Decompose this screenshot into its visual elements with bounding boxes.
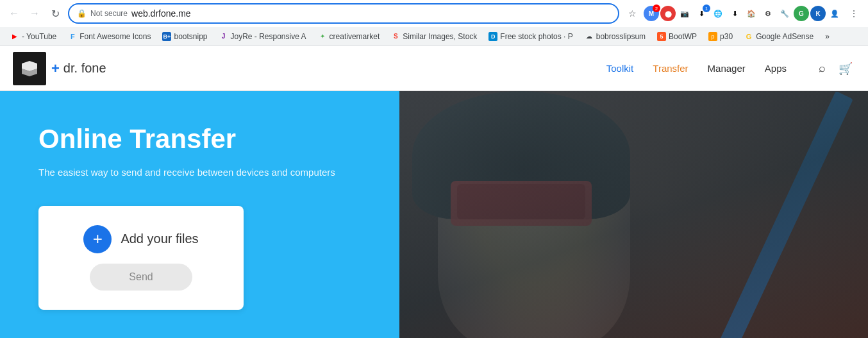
ext-icon-11[interactable]: K [810,6,826,21]
bookmark-bootwp[interactable]: 5 BootWP [652,29,702,44]
search-icon-button[interactable]: ⌕ [816,59,828,78]
bookmark-fontawesome[interactable]: F Font Awesome Icons [63,29,156,44]
bookmark-creativemarket-label: creativemarket [330,32,380,41]
send-button[interactable]: Send [90,264,192,291]
logo-svg [19,58,40,79]
ext-icon-2[interactable]: ⬤ [660,6,676,21]
fontawesome-favicon: F [68,32,77,41]
upload-card: + Add your files Send [38,206,244,310]
adsense-favicon: G [744,32,753,41]
bookmark-creativemarket[interactable]: ✦ creativemarket [313,29,385,44]
bookmark-bootsnipp[interactable]: B+ bootsnipp [157,29,212,44]
not-secure-label: Not secure [90,9,128,18]
ext-icon-9[interactable]: 🔧 [777,6,792,21]
ext-icon-4[interactable]: ⬇ 1 [694,6,709,21]
bobross-favicon: ☁ [585,32,594,41]
browser-actions: ☆ M 2 ⬤ 📷 ⬇ 1 🌐 ⬇ 🏠 ⚙ 🔧 G K [623,4,863,22]
back-button[interactable]: ← [5,4,23,22]
nav-toolkit[interactable]: Toolkit [606,60,634,76]
youtube-favicon: ▶ [10,32,19,41]
forward-button[interactable]: → [26,4,44,22]
add-files-button[interactable]: + Add your files [83,225,198,253]
hero-background-photo [399,91,868,338]
ext-icon-10[interactable]: G [794,6,809,21]
ext-icon-1[interactable]: M 2 [644,6,659,21]
website-content: + dr. fone Toolkit Transfer Manager Apps… [0,46,868,338]
bookmark-bootwp-label: BootWP [669,32,697,41]
nav-manager[interactable]: Manager [708,60,746,76]
bookmark-adsense-label: Google AdSense [756,32,814,41]
bookmark-fontawesome-label: Font Awesome Icons [79,32,151,41]
site-header: + dr. fone Toolkit Transfer Manager Apps… [0,46,868,91]
ext-icon-6[interactable]: ⬇ [727,6,742,21]
extension-icons: M 2 ⬤ 📷 ⬇ 1 🌐 ⬇ 🏠 ⚙ 🔧 G K 👤 [644,6,842,21]
joyre-favicon: J [219,32,228,41]
bookmark-joyre[interactable]: J JoyRe - Responsive A [214,29,312,44]
search-icon: ⌕ [819,62,826,74]
bookmarks-bar: ▶ - YouTube F Font Awesome Icons B+ boot… [0,27,868,46]
add-circle-icon: + [83,225,112,253]
browser-chrome: ← → ↻ 🔒 Not secure web.drfone.me ☆ M 2 ⬤… [0,0,868,46]
bookmark-free-stock-label: Free stock photos · P [500,32,572,41]
logo-icon-bg [13,52,46,85]
menu-button[interactable]: ⋮ [845,4,863,22]
browser-toolbar: ← → ↻ 🔒 Not secure web.drfone.me ☆ M 2 ⬤… [0,0,868,27]
logo-name-text: dr. fone [63,61,106,76]
cart-icon-button[interactable]: 🛒 [836,59,855,78]
bookmark-p30-label: p30 [720,32,733,41]
hero-left-panel: Online Transfer The easiest way to send … [0,91,399,338]
cart-icon: 🛒 [839,62,853,75]
ext-icon-8[interactable]: ⚙ [760,6,776,21]
nav-transfer[interactable]: Transfer [653,60,688,76]
nav-action-icons: ⌕ 🛒 [816,59,855,78]
bookmark-joyre-label: JoyRe - Responsive A [231,32,306,41]
lock-icon: 🔒 [77,9,87,18]
bootsnipp-favicon: B+ [162,32,171,41]
bootwp-favicon: 5 [657,32,666,41]
bookmark-youtube-label: - YouTube [22,32,56,41]
ext-icon-3[interactable]: 📷 [677,6,692,21]
bookmark-bootsnipp-label: bootsnipp [174,32,207,41]
bookmark-youtube[interactable]: ▶ - YouTube [5,29,62,44]
photo-bg-blur [399,91,868,338]
logo-text: + dr. fone [51,60,106,77]
free-stock-favicon: D [488,32,497,41]
hero-section: Online Transfer The easiest way to send … [0,91,868,338]
bookmark-bobross-label: bobrosslipsum [596,32,646,41]
p30-favicon: p [708,32,717,41]
bookmark-more[interactable]: » [820,29,835,44]
hero-right-photo [399,91,868,338]
hero-subtitle: The easiest way to send and receive betw… [38,165,374,180]
more-bookmarks-label: » [825,32,830,41]
bookmark-similar-label: Similar Images, Stock [403,32,477,41]
nav-buttons: ← → ↻ [5,4,64,22]
bookmark-adsense[interactable]: G Google AdSense [739,29,819,44]
reload-button[interactable]: ↻ [46,4,64,22]
bookmark-similar-images[interactable]: S Similar Images, Stock [386,29,482,44]
ext-icon-12[interactable]: 👤 [827,6,842,21]
ext-icon-7[interactable]: 🏠 [744,6,759,21]
add-files-label: Add your files [121,232,198,246]
url-display[interactable]: web.drfone.me [131,8,610,19]
bookmark-button[interactable]: ☆ [623,4,641,22]
bookmark-free-stock[interactable]: D Free stock photos · P [483,29,578,44]
site-navigation: Toolkit Transfer Manager Apps ⌕ 🛒 [606,59,855,78]
logo-link[interactable]: + dr. fone [13,52,106,85]
ext-icon-5[interactable]: 🌐 [710,6,726,21]
nav-apps[interactable]: Apps [765,60,787,76]
creativemarket-favicon: ✦ [318,32,327,41]
bookmark-p30[interactable]: p p30 [703,29,738,44]
logo-plus-symbol: + [51,60,60,77]
bookmark-bobross[interactable]: ☁ bobrosslipsum [580,29,651,44]
address-bar[interactable]: 🔒 Not secure web.drfone.me [68,3,619,24]
similar-images-favicon: S [391,32,400,41]
hero-title: Online Transfer [38,123,374,155]
